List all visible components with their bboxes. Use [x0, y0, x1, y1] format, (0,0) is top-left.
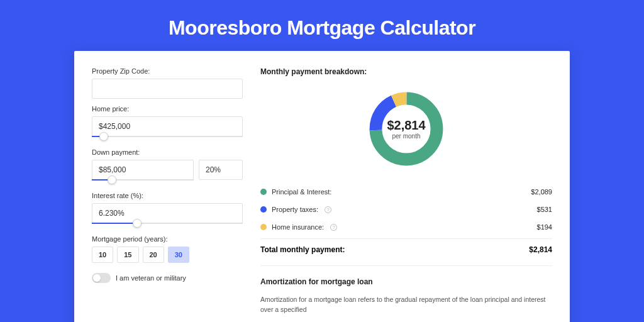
legend-label: Principal & Interest: [272, 188, 331, 196]
legend-dot [260, 206, 267, 213]
amortization-body: Amortization for a mortgage loan refers … [260, 295, 552, 315]
slider-thumb[interactable] [133, 219, 142, 228]
down-payment-label: Down payment: [92, 148, 243, 156]
rate-slider[interactable] [92, 223, 243, 229]
slider-thumb[interactable] [108, 175, 116, 184]
rate-input[interactable] [92, 203, 243, 223]
legend-row: Property taxes:?$531 [260, 201, 552, 218]
inputs-column: Property Zip Code: Home price: Down paym… [92, 67, 243, 315]
period-button-30[interactable]: 30 [168, 247, 189, 263]
donut-amount: $2,814 [387, 118, 425, 133]
veteran-label: I am veteran or military [116, 274, 186, 282]
breakdown-header: Monthly payment breakdown: [260, 67, 552, 76]
rate-label: Interest rate (%): [92, 192, 243, 199]
legend-row: Principal & Interest:$2,089 [260, 183, 552, 201]
down-percent-input[interactable] [199, 160, 243, 180]
total-label: Total monthly payment: [260, 245, 345, 254]
amortization-section: Amortization for mortgage loan Amortizat… [260, 265, 552, 315]
legend-label: Property taxes: [272, 206, 318, 213]
legend: Principal & Interest:$2,089Property taxe… [260, 183, 552, 236]
legend-dot [260, 224, 267, 230]
down-payment-slider[interactable] [92, 179, 194, 186]
period-label: Mortgage period (years): [92, 235, 243, 243]
legend-dot [260, 189, 267, 195]
home-price-input[interactable] [92, 116, 243, 136]
home-price-label: Home price: [92, 105, 243, 113]
donut-chart: $2,814 per month [260, 85, 552, 173]
period-button-20[interactable]: 20 [143, 247, 164, 263]
donut-sublabel: per month [387, 133, 425, 140]
veteran-toggle[interactable] [92, 273, 111, 283]
period-buttons: 10152030 [92, 247, 243, 263]
legend-value: $2,089 [531, 188, 552, 196]
info-icon[interactable]: ? [325, 206, 331, 213]
legend-label: Home insurance: [272, 223, 324, 231]
zip-label: Property Zip Code: [92, 67, 243, 75]
home-price-slider[interactable] [92, 136, 243, 142]
period-button-10[interactable]: 10 [92, 247, 113, 263]
legend-value: $531 [537, 206, 552, 213]
amortization-header: Amortization for mortgage loan [260, 277, 552, 286]
slider-thumb[interactable] [99, 132, 108, 141]
down-amount-input[interactable] [92, 160, 194, 180]
zip-input[interactable] [92, 79, 243, 99]
calculator-card: Property Zip Code: Home price: Down paym… [74, 51, 570, 322]
info-icon[interactable]: ? [330, 224, 337, 231]
legend-value: $194 [537, 223, 552, 231]
breakdown-column: Monthly payment breakdown: $2,814 per mo… [260, 67, 552, 315]
legend-row: Home insurance:?$194 [260, 218, 552, 236]
total-value: $2,814 [529, 245, 552, 254]
toggle-knob [93, 274, 101, 282]
page-title: Mooresboro Mortgage Calculator [0, 0, 644, 51]
period-button-15[interactable]: 15 [117, 247, 138, 263]
